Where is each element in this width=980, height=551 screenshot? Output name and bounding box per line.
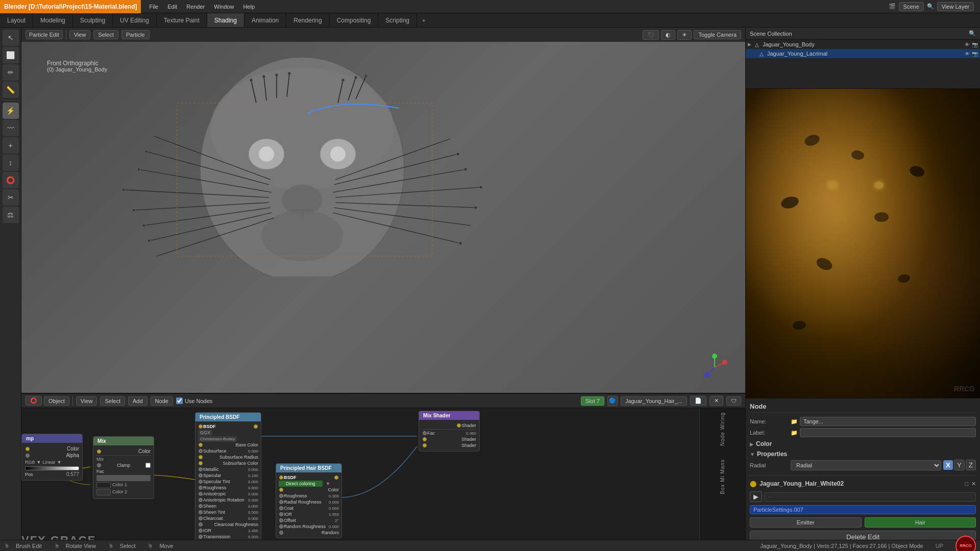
tool-select-box[interactable]: ⬜	[3, 47, 19, 63]
hair-btn[interactable]: Hair	[865, 517, 976, 528]
brush-edit-label: Brush Edit	[16, 543, 42, 549]
material-header-row: ⬤ Jaguar_Young_Hair_White02 □ ✕	[750, 480, 976, 487]
tool-particle-cut[interactable]: ✂	[3, 189, 19, 206]
tab-sculpting[interactable]: Sculpting	[73, 13, 113, 27]
properties-section-toggle[interactable]: ▼ Properties	[750, 450, 976, 458]
use-nodes-toggle[interactable]: Use Nodes	[176, 397, 212, 404]
menu-edit[interactable]: Edit	[163, 3, 181, 11]
node-add-menu[interactable]: Add	[128, 396, 148, 406]
render-icon-2[interactable]: 📷	[972, 51, 978, 57]
tool-cursor[interactable]: ↖	[3, 30, 19, 46]
node-principled-hair-bsdf[interactable]: Principled Hair BSDF BSDF Direct colorin…	[276, 463, 342, 538]
outliner-filter-icon[interactable]: 🔍	[969, 30, 976, 37]
tab-layout[interactable]: Layout	[0, 13, 33, 27]
color2-swatch[interactable]	[96, 489, 111, 495]
radial-select[interactable]: Radial	[791, 460, 941, 470]
viewport-gizmo[interactable]	[699, 352, 730, 383]
visibility-icon[interactable]: 👁	[965, 42, 970, 47]
render-icon[interactable]: 📷	[972, 42, 978, 47]
tool-particle-length[interactable]: ↕	[3, 155, 19, 171]
node-editor-object-mode[interactable]: Object	[44, 396, 69, 406]
viewport-3d[interactable]: Particle Edit View Select Particle ⚫ ◐ ☀…	[21, 28, 745, 393]
svg-point-23	[145, 150, 148, 153]
name-icon: 📁	[791, 418, 798, 425]
tool-particle-add[interactable]: +	[3, 137, 19, 154]
node-rgb-alpha[interactable]: mp Color Alpha RGB▼Linear▼ Pos 0.577	[21, 434, 83, 481]
node-editor-mode-icon[interactable]: ⭕	[26, 396, 42, 406]
tab-modeling[interactable]: Modeling	[33, 13, 73, 27]
radial-x-btn[interactable]: X	[943, 460, 953, 470]
node-mix-shader[interactable]: Mix Shader Shader Fac 0.360	[419, 411, 480, 452]
color1-swatch[interactable]	[96, 482, 111, 488]
node-type-icon[interactable]: 🔵	[607, 396, 618, 406]
new-material-btn[interactable]: 📄	[690, 396, 706, 406]
select-menu[interactable]: Select	[93, 30, 118, 39]
node-view-menu[interactable]: View	[76, 396, 97, 406]
svg-point-42	[276, 74, 278, 77]
add-workspace-button[interactable]: +	[417, 13, 430, 27]
radial-z-btn[interactable]: Z	[966, 460, 976, 470]
material-expand-icon[interactable]: □	[965, 481, 968, 487]
status-up-label: UP	[936, 543, 943, 549]
node-name-row: Name: 📁	[750, 417, 976, 426]
material-close-icon[interactable]: ✕	[971, 481, 976, 487]
status-rotate-icon: 🖱	[54, 543, 60, 549]
emitter-btn[interactable]: Emitter	[750, 517, 862, 528]
clamp-checkbox[interactable]	[145, 463, 151, 468]
node-node-menu[interactable]: Node	[151, 396, 173, 406]
tab-scripting[interactable]: Scripting	[378, 13, 417, 27]
color-section-toggle[interactable]: ▶ Color	[750, 440, 976, 447]
node-principled-bsdf[interactable]: Principled BSDF BSDF GGX Christensen-Bur…	[195, 412, 261, 551]
use-nodes-checkbox[interactable]	[176, 397, 183, 404]
slot-dropdown[interactable]: Slot 7	[581, 396, 604, 406]
material-name-field[interactable]: Jaguar_Young_Hair_...	[621, 396, 687, 406]
viewport-shading-solid[interactable]: ⚫	[643, 30, 659, 40]
menu-help[interactable]: Help	[239, 3, 259, 11]
svg-point-47	[342, 79, 345, 82]
tab-compositing[interactable]: Compositing	[330, 13, 379, 27]
svg-point-22	[148, 239, 151, 242]
tab-texture-paint[interactable]: Texture Paint	[157, 13, 207, 27]
viewport-shading-material[interactable]: ◐	[661, 30, 675, 40]
tab-shading[interactable]: Shading	[207, 13, 244, 27]
viewport-shading-rendered[interactable]: ☀	[677, 30, 692, 40]
node-name-input[interactable]	[800, 417, 976, 426]
delete-material-btn[interactable]: ✕	[709, 396, 723, 406]
particle-edit-mode[interactable]: Particle Edit	[26, 30, 63, 39]
menu-file[interactable]: File	[145, 3, 162, 11]
selected-hair-path	[302, 93, 404, 118]
node-select-menu[interactable]: Select	[100, 396, 125, 406]
scene-item-jaguar-lacrimal[interactable]: △ Jaguar_Young_Lacrimal 👁 📷	[746, 49, 980, 58]
toggle-camera-btn[interactable]: Toggle Camera	[694, 30, 741, 39]
render-background: RRCG	[746, 89, 980, 398]
particle-settings-input[interactable]	[750, 505, 976, 514]
tool-particle-weight[interactable]: ⚖	[3, 207, 19, 223]
tab-uv-editing[interactable]: UV Editing	[113, 13, 157, 27]
view-menu[interactable]: View	[69, 30, 91, 39]
label-icon: 📁	[791, 430, 798, 436]
node-label-input[interactable]	[800, 428, 976, 437]
right-panel: Scene Collection 🔍 ▶ △ Jaguar_Young_Body…	[745, 28, 980, 551]
tool-measure[interactable]: 📏	[3, 82, 19, 98]
menu-render[interactable]: Render	[182, 3, 209, 11]
scene-selector[interactable]: Scene	[899, 2, 924, 11]
visibility-icon-2[interactable]: 👁	[965, 51, 970, 57]
scene-item-jaguar-body[interactable]: ▶ △ Jaguar_Young_Body 👁 📷	[746, 40, 980, 49]
tab-rendering[interactable]: Rendering	[286, 13, 329, 27]
tab-animation[interactable]: Animation	[244, 13, 286, 27]
tool-particle-comb[interactable]: ⚡	[3, 103, 19, 119]
menu-window[interactable]: Window	[210, 3, 238, 11]
play-btn[interactable]: ▶	[750, 491, 762, 502]
svg-point-3	[259, 146, 274, 162]
radial-y-btn[interactable]: Y	[954, 460, 965, 470]
svg-point-57	[704, 372, 709, 378]
nodes-canvas[interactable]: mp Color Alpha RGB▼Linear▼ Pos 0.577	[21, 408, 745, 551]
particle-menu[interactable]: Particle	[121, 30, 150, 39]
node-mix[interactable]: Mix Color Mix Clamp	[93, 436, 154, 499]
radial-row: Radial Radial X Y Z	[750, 460, 976, 470]
shield-btn[interactable]: 🛡	[726, 396, 741, 406]
tool-particle-smooth[interactable]: 〰	[3, 120, 19, 136]
tool-annotate[interactable]: ✏	[3, 64, 19, 81]
tool-particle-puff[interactable]: ⭕	[3, 172, 19, 188]
view-layer-selector[interactable]: View Layer	[937, 2, 974, 11]
